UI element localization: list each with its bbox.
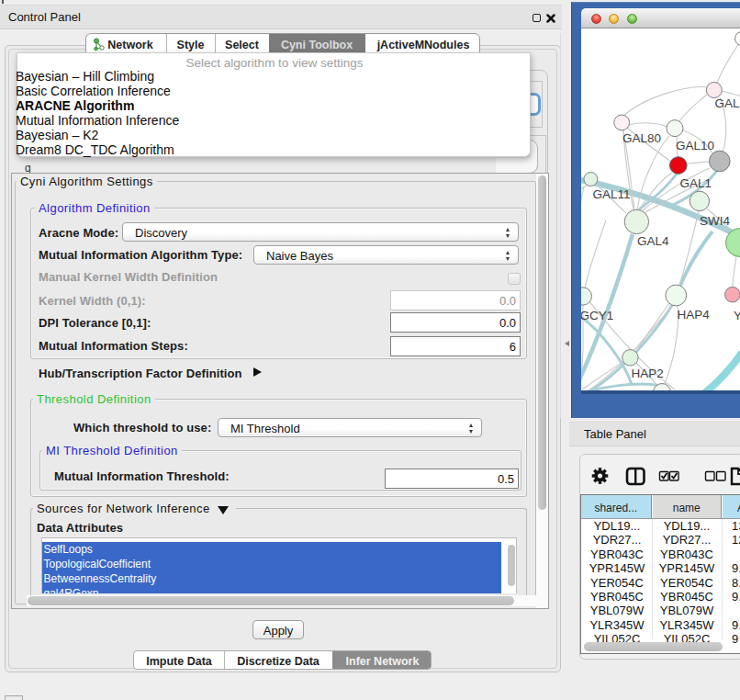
svg-text:GAL4: GAL4 bbox=[637, 234, 669, 248]
svg-text:HAP4: HAP4 bbox=[678, 308, 711, 322]
svg-text:GAL10: GAL10 bbox=[676, 139, 714, 152]
svg-text:GAL80: GAL80 bbox=[622, 131, 661, 145]
svg-text:GAL: GAL bbox=[715, 96, 740, 110]
svg-text:Y: Y bbox=[734, 309, 740, 322]
svg-text:SWI4: SWI4 bbox=[700, 214, 730, 228]
svg-text:GCY1: GCY1 bbox=[581, 309, 613, 322]
svg-text:GAL11: GAL11 bbox=[593, 187, 631, 201]
svg-text:HAP2: HAP2 bbox=[632, 367, 664, 380]
svg-text:GAL1: GAL1 bbox=[680, 176, 712, 190]
